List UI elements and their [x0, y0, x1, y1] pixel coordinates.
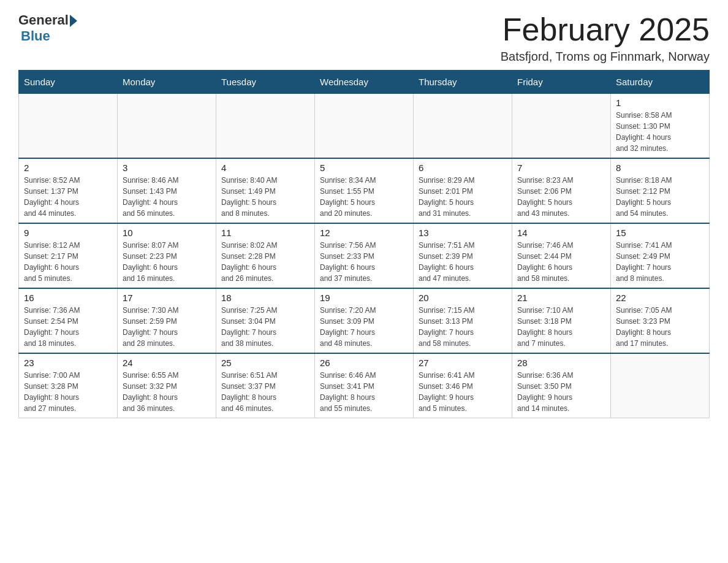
- calendar-day-cell: 3Sunrise: 8:46 AM Sunset: 1:43 PM Daylig…: [118, 158, 216, 223]
- day-info: Sunrise: 6:36 AM Sunset: 3:50 PM Dayligh…: [517, 370, 605, 414]
- calendar-day-cell: 25Sunrise: 6:51 AM Sunset: 3:37 PM Dayli…: [216, 353, 315, 418]
- calendar-day-cell: 2Sunrise: 8:52 AM Sunset: 1:37 PM Daylig…: [19, 158, 118, 223]
- day-number: 2: [24, 163, 112, 173]
- day-info: Sunrise: 6:41 AM Sunset: 3:46 PM Dayligh…: [419, 370, 507, 414]
- calendar-week-row: 16Sunrise: 7:36 AM Sunset: 2:54 PM Dayli…: [19, 288, 710, 353]
- day-number: 16: [24, 293, 112, 303]
- calendar-table: SundayMondayTuesdayWednesdayThursdayFrid…: [18, 70, 710, 418]
- day-info: Sunrise: 7:10 AM Sunset: 3:18 PM Dayligh…: [517, 305, 605, 349]
- logo: General Blue: [18, 12, 77, 44]
- day-number: 22: [616, 293, 704, 303]
- calendar-day-cell: 4Sunrise: 8:40 AM Sunset: 1:49 PM Daylig…: [216, 158, 315, 223]
- day-info: Sunrise: 8:52 AM Sunset: 1:37 PM Dayligh…: [24, 175, 112, 219]
- location-text: Batsfjord, Troms og Finnmark, Norway: [501, 50, 710, 64]
- day-info: Sunrise: 8:34 AM Sunset: 1:55 PM Dayligh…: [320, 175, 408, 219]
- calendar-day-cell: 21Sunrise: 7:10 AM Sunset: 3:18 PM Dayli…: [512, 288, 611, 353]
- calendar-day-cell: [216, 94, 315, 159]
- calendar-day-cell: 27Sunrise: 6:41 AM Sunset: 3:46 PM Dayli…: [414, 353, 512, 418]
- day-info: Sunrise: 8:12 AM Sunset: 2:17 PM Dayligh…: [24, 240, 112, 284]
- calendar-day-cell: 28Sunrise: 6:36 AM Sunset: 3:50 PM Dayli…: [512, 353, 611, 418]
- day-info: Sunrise: 7:46 AM Sunset: 2:44 PM Dayligh…: [517, 240, 605, 284]
- day-number: 17: [123, 293, 211, 303]
- day-number: 15: [616, 228, 704, 238]
- day-number: 23: [24, 358, 112, 368]
- day-info: Sunrise: 8:58 AM Sunset: 1:30 PM Dayligh…: [616, 110, 704, 154]
- calendar-day-cell: 16Sunrise: 7:36 AM Sunset: 2:54 PM Dayli…: [19, 288, 118, 353]
- day-info: Sunrise: 7:36 AM Sunset: 2:54 PM Dayligh…: [24, 305, 112, 349]
- calendar-day-cell: 9Sunrise: 8:12 AM Sunset: 2:17 PM Daylig…: [19, 223, 118, 288]
- day-info: Sunrise: 7:00 AM Sunset: 3:28 PM Dayligh…: [24, 370, 112, 414]
- calendar-day-cell: 14Sunrise: 7:46 AM Sunset: 2:44 PM Dayli…: [512, 223, 611, 288]
- calendar-day-cell: 1Sunrise: 8:58 AM Sunset: 1:30 PM Daylig…: [611, 94, 710, 159]
- calendar-day-cell: [315, 94, 414, 159]
- calendar-day-cell: 13Sunrise: 7:51 AM Sunset: 2:39 PM Dayli…: [414, 223, 512, 288]
- calendar-day-cell: 15Sunrise: 7:41 AM Sunset: 2:49 PM Dayli…: [611, 223, 710, 288]
- day-number: 7: [517, 163, 605, 173]
- day-info: Sunrise: 8:07 AM Sunset: 2:23 PM Dayligh…: [123, 240, 211, 284]
- day-info: Sunrise: 8:02 AM Sunset: 2:28 PM Dayligh…: [221, 240, 309, 284]
- day-info: Sunrise: 8:40 AM Sunset: 1:49 PM Dayligh…: [221, 175, 309, 219]
- day-number: 3: [123, 163, 211, 173]
- day-info: Sunrise: 7:05 AM Sunset: 3:23 PM Dayligh…: [616, 305, 704, 349]
- calendar-header-tuesday: Tuesday: [216, 71, 315, 94]
- calendar-week-row: 9Sunrise: 8:12 AM Sunset: 2:17 PM Daylig…: [19, 223, 710, 288]
- day-number: 18: [221, 293, 309, 303]
- day-number: 11: [221, 228, 309, 238]
- calendar-header-sunday: Sunday: [19, 71, 118, 94]
- day-number: 25: [221, 358, 309, 368]
- calendar-day-cell: [611, 353, 710, 418]
- day-info: Sunrise: 6:46 AM Sunset: 3:41 PM Dayligh…: [320, 370, 408, 414]
- day-info: Sunrise: 6:55 AM Sunset: 3:32 PM Dayligh…: [123, 370, 211, 414]
- calendar-day-cell: 26Sunrise: 6:46 AM Sunset: 3:41 PM Dayli…: [315, 353, 414, 418]
- day-number: 12: [320, 228, 408, 238]
- calendar-day-cell: 7Sunrise: 8:23 AM Sunset: 2:06 PM Daylig…: [512, 158, 611, 223]
- day-info: Sunrise: 8:18 AM Sunset: 2:12 PM Dayligh…: [616, 175, 704, 219]
- calendar-day-cell: 18Sunrise: 7:25 AM Sunset: 3:04 PM Dayli…: [216, 288, 315, 353]
- day-number: 24: [123, 358, 211, 368]
- day-number: 28: [517, 358, 605, 368]
- day-info: Sunrise: 6:51 AM Sunset: 3:37 PM Dayligh…: [221, 370, 309, 414]
- day-info: Sunrise: 7:51 AM Sunset: 2:39 PM Dayligh…: [419, 240, 507, 284]
- calendar-header-wednesday: Wednesday: [315, 71, 414, 94]
- day-info: Sunrise: 7:56 AM Sunset: 2:33 PM Dayligh…: [320, 240, 408, 284]
- calendar-day-cell: 23Sunrise: 7:00 AM Sunset: 3:28 PM Dayli…: [19, 353, 118, 418]
- day-number: 9: [24, 228, 112, 238]
- calendar-day-cell: 19Sunrise: 7:20 AM Sunset: 3:09 PM Dayli…: [315, 288, 414, 353]
- day-number: 14: [517, 228, 605, 238]
- day-number: 10: [123, 228, 211, 238]
- calendar-header-row: SundayMondayTuesdayWednesdayThursdayFrid…: [19, 71, 710, 94]
- day-number: 13: [419, 228, 507, 238]
- day-number: 21: [517, 293, 605, 303]
- calendar-day-cell: 6Sunrise: 8:29 AM Sunset: 2:01 PM Daylig…: [414, 158, 512, 223]
- calendar-day-cell: 24Sunrise: 6:55 AM Sunset: 3:32 PM Dayli…: [118, 353, 216, 418]
- calendar-day-cell: 22Sunrise: 7:05 AM Sunset: 3:23 PM Dayli…: [611, 288, 710, 353]
- calendar-day-cell: 17Sunrise: 7:30 AM Sunset: 2:59 PM Dayli…: [118, 288, 216, 353]
- day-number: 5: [320, 163, 408, 173]
- day-number: 4: [221, 163, 309, 173]
- day-info: Sunrise: 7:25 AM Sunset: 3:04 PM Dayligh…: [221, 305, 309, 349]
- day-number: 27: [419, 358, 507, 368]
- day-number: 19: [320, 293, 408, 303]
- calendar-day-cell: [118, 94, 216, 159]
- month-title: February 2025: [501, 12, 710, 47]
- calendar-day-cell: [414, 94, 512, 159]
- calendar-header-friday: Friday: [512, 71, 611, 94]
- page-header: General Blue February 2025 Batsfjord, Tr…: [18, 12, 710, 64]
- day-info: Sunrise: 8:23 AM Sunset: 2:06 PM Dayligh…: [517, 175, 605, 219]
- title-section: February 2025 Batsfjord, Troms og Finnma…: [501, 12, 710, 64]
- calendar-day-cell: 5Sunrise: 8:34 AM Sunset: 1:55 PM Daylig…: [315, 158, 414, 223]
- calendar-day-cell: [512, 94, 611, 159]
- day-number: 8: [616, 163, 704, 173]
- day-number: 20: [419, 293, 507, 303]
- day-number: 26: [320, 358, 408, 368]
- calendar-day-cell: 20Sunrise: 7:15 AM Sunset: 3:13 PM Dayli…: [414, 288, 512, 353]
- logo-blue-text: Blue: [21, 28, 50, 44]
- calendar-week-row: 2Sunrise: 8:52 AM Sunset: 1:37 PM Daylig…: [19, 158, 710, 223]
- day-number: 6: [419, 163, 507, 173]
- calendar-day-cell: 10Sunrise: 8:07 AM Sunset: 2:23 PM Dayli…: [118, 223, 216, 288]
- day-info: Sunrise: 7:41 AM Sunset: 2:49 PM Dayligh…: [616, 240, 704, 284]
- day-number: 1: [616, 98, 704, 108]
- calendar-day-cell: [19, 94, 118, 159]
- day-info: Sunrise: 7:15 AM Sunset: 3:13 PM Dayligh…: [419, 305, 507, 349]
- logo-arrow-icon: [70, 15, 77, 27]
